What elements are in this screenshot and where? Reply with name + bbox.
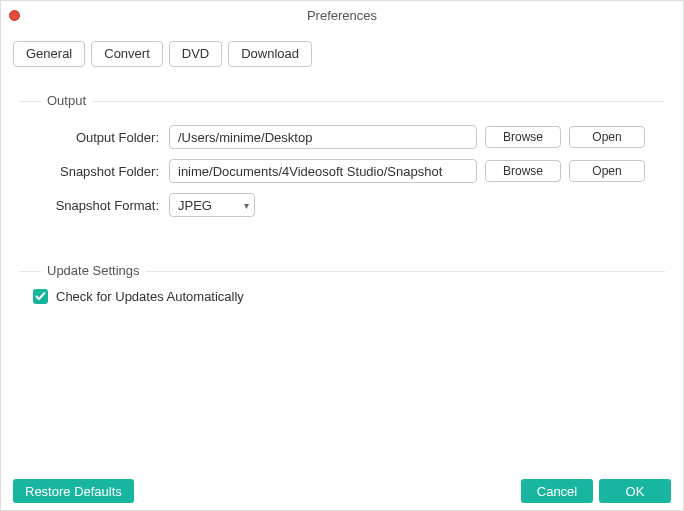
output-folder-open-button[interactable]: Open [569, 126, 645, 148]
snapshot-format-label: Snapshot Format: [25, 198, 161, 213]
snapshot-format-select[interactable]: JPEG [169, 193, 255, 217]
group-output-rows: Output Folder: Browse Open Snapshot Fold… [19, 105, 665, 233]
check-updates-label: Check for Updates Automatically [56, 289, 244, 304]
close-icon[interactable] [9, 10, 20, 21]
cancel-button[interactable]: Cancel [521, 479, 593, 503]
window-controls [9, 10, 20, 21]
output-folder-label: Output Folder: [25, 130, 161, 145]
group-output-legend: Output [41, 93, 92, 108]
snapshot-folder-browse-button[interactable]: Browse [485, 160, 561, 182]
bottom-bar: Restore Defaults Cancel OK [1, 472, 683, 510]
output-folder-browse-button[interactable]: Browse [485, 126, 561, 148]
check-updates-checkbox[interactable] [33, 289, 48, 304]
check-icon [35, 291, 46, 302]
tab-general[interactable]: General [13, 41, 85, 67]
tab-dvd[interactable]: DVD [169, 41, 222, 67]
ok-button[interactable]: OK [599, 479, 671, 503]
right-buttons: Cancel OK [521, 479, 671, 503]
snapshot-format-select-wrap: JPEG ▾ [169, 193, 255, 217]
row-output-folder: Output Folder: Browse Open [25, 125, 659, 149]
tab-strip: General Convert DVD Download [1, 29, 683, 73]
tab-download[interactable]: Download [228, 41, 312, 67]
group-output: Output Output Folder: Browse Open Snapsh… [19, 91, 665, 233]
divider [19, 101, 665, 102]
group-update: Update Settings Check for Updates Automa… [19, 261, 665, 304]
restore-defaults-button[interactable]: Restore Defaults [13, 479, 134, 503]
snapshot-folder-label: Snapshot Folder: [25, 164, 161, 179]
output-folder-input[interactable] [169, 125, 477, 149]
row-check-updates: Check for Updates Automatically [33, 289, 665, 304]
group-update-legend: Update Settings [41, 263, 146, 278]
snapshot-folder-input[interactable] [169, 159, 477, 183]
content: Output Output Folder: Browse Open Snapsh… [1, 73, 683, 304]
tab-convert[interactable]: Convert [91, 41, 163, 67]
row-snapshot-folder: Snapshot Folder: Browse Open [25, 159, 659, 183]
titlebar: Preferences [1, 1, 683, 29]
snapshot-folder-open-button[interactable]: Open [569, 160, 645, 182]
window-title: Preferences [1, 8, 683, 23]
row-snapshot-format: Snapshot Format: JPEG ▾ [25, 193, 659, 217]
